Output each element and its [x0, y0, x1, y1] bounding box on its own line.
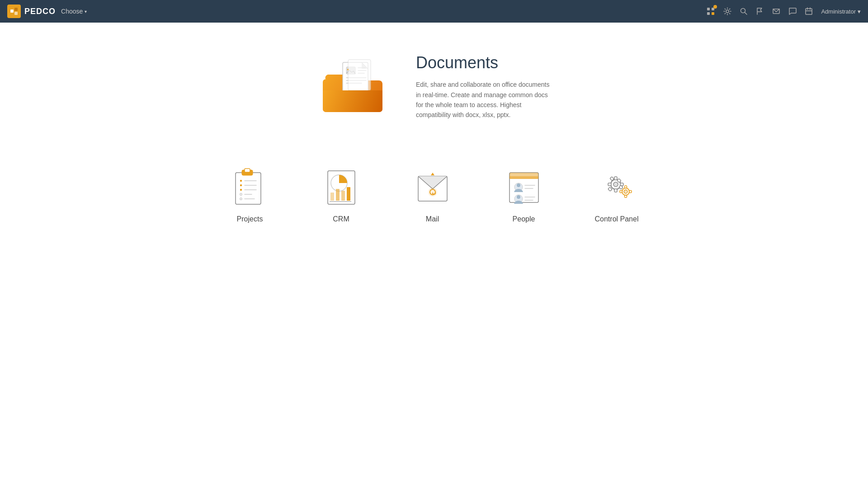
navbar-right: Administrator ▾: [706, 7, 861, 16]
hero-title: Documents: [416, 53, 552, 72]
flag-icon[interactable]: [756, 7, 764, 15]
svg-rect-50: [509, 176, 538, 179]
hero-text: Documents Edit, share and collaborate on…: [416, 53, 552, 120]
svg-rect-74: [629, 191, 632, 193]
settings-icon[interactable]: [723, 7, 731, 15]
logo-text: PEDCO: [24, 7, 56, 16]
mail-app-icon: [412, 167, 453, 208]
svg-rect-3: [707, 8, 710, 10]
svg-point-56: [517, 195, 520, 199]
svg-rect-72: [624, 195, 627, 197]
svg-rect-40: [330, 193, 334, 201]
chevron-down-icon: ▾: [85, 9, 87, 14]
documents-icon: [316, 50, 389, 124]
main-content: Documents Edit, share and collaborate on…: [0, 23, 868, 484]
crm-icon: [321, 167, 362, 208]
logo[interactable]: PEDCO: [7, 5, 56, 18]
svg-point-7: [726, 10, 729, 13]
choose-button[interactable]: Choose ▾: [61, 8, 87, 15]
svg-rect-42: [341, 191, 345, 201]
search-icon[interactable]: [740, 7, 748, 15]
people-icon: [504, 167, 544, 208]
svg-rect-24: [348, 60, 371, 90]
calendar-icon[interactable]: [805, 7, 813, 15]
app-item-control-panel[interactable]: Control Panel: [588, 160, 646, 230]
svg-rect-30: [240, 184, 242, 186]
app-item-projects[interactable]: Projects: [222, 160, 278, 230]
choose-label: Choose: [61, 8, 83, 15]
crm-label: CRM: [333, 215, 349, 223]
svg-point-52: [517, 183, 520, 187]
svg-rect-32: [240, 189, 242, 191]
app-item-crm[interactable]: CRM: [314, 160, 369, 230]
svg-line-9: [745, 13, 747, 15]
projects-label: Projects: [237, 215, 263, 223]
svg-rect-28: [240, 180, 242, 182]
admin-button[interactable]: Administrator ▾: [821, 8, 861, 15]
chat-icon[interactable]: [788, 7, 797, 15]
app-item-mail[interactable]: Mail: [405, 160, 460, 230]
svg-rect-61: [614, 177, 617, 180]
svg-rect-43: [347, 187, 350, 201]
svg-marker-47: [431, 173, 434, 175]
admin-label: Administrator: [821, 8, 856, 15]
admin-chevron-icon: ▾: [858, 8, 861, 15]
control-panel-label: Control Panel: [595, 215, 639, 223]
logo-icon: [7, 5, 21, 18]
apps-icon[interactable]: [706, 7, 715, 16]
navbar-left: PEDCO Choose ▾: [7, 5, 87, 18]
svg-rect-41: [336, 189, 340, 201]
apps-grid: Projects: [9, 160, 859, 230]
svg-rect-25: [236, 173, 261, 204]
svg-rect-71: [624, 186, 627, 188]
svg-rect-5: [707, 12, 710, 15]
svg-point-60: [613, 182, 618, 187]
projects-icon: [230, 167, 270, 208]
navbar: PEDCO Choose ▾: [0, 0, 868, 23]
hero-description: Edit, share and collaborate on office do…: [416, 80, 552, 120]
svg-rect-0: [10, 9, 14, 13]
svg-rect-1: [14, 8, 18, 11]
svg-rect-62: [614, 189, 617, 192]
svg-point-70: [624, 190, 627, 193]
svg-rect-63: [608, 183, 611, 186]
svg-rect-6: [712, 12, 714, 15]
svg-rect-2: [14, 12, 18, 15]
svg-rect-11: [806, 9, 812, 14]
hero-section: Documents Edit, share and collaborate on…: [9, 50, 859, 124]
people-label: People: [513, 215, 535, 223]
mail-label: Mail: [426, 215, 439, 223]
svg-rect-27: [245, 169, 250, 172]
svg-rect-73: [620, 191, 622, 193]
app-item-people[interactable]: People: [496, 160, 552, 230]
mail-icon[interactable]: [772, 7, 780, 15]
control-panel-icon: [596, 167, 637, 208]
